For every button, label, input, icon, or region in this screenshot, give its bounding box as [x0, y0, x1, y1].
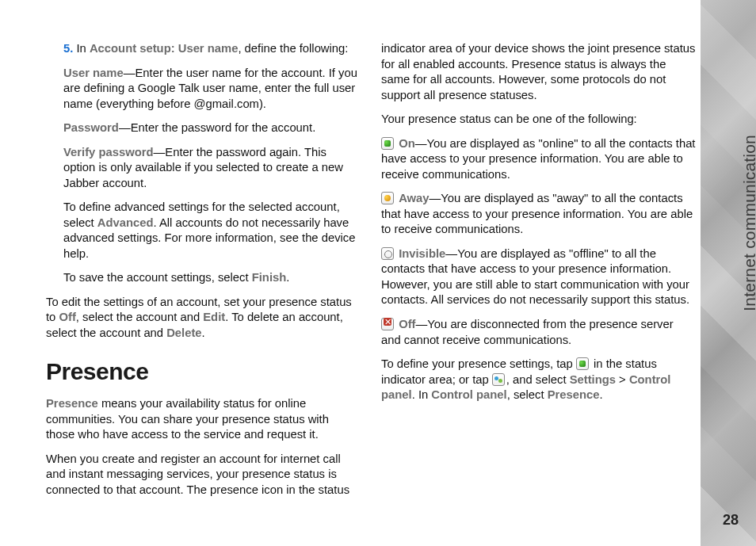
advanced-note: To define advanced settings for the sele…	[46, 200, 361, 262]
status-off: Off—You are disconnected from the presen…	[381, 317, 696, 348]
text: , select	[507, 388, 548, 401]
edit-delete-note: To edit the settings of an account, set …	[46, 295, 361, 342]
presence-away-icon	[381, 192, 394, 204]
manual-page: Internet communication 28 5. In Account …	[0, 0, 756, 546]
ui-ref: Off	[59, 311, 75, 323]
ui-ref: Control panel	[431, 388, 506, 401]
text: —You are displayed as "online" to all th…	[381, 137, 695, 181]
chapter-title: Internet communication	[740, 135, 756, 311]
right-column: indicator area of your device shows the …	[381, 41, 696, 517]
presence-on-icon	[381, 137, 394, 150]
presence-continuation: indicator area of your device shows the …	[381, 41, 696, 103]
step-number: 5.	[63, 42, 73, 55]
screen-name: Account setup: User name	[90, 42, 238, 55]
verify-password-desc: Verify password—Enter the password again…	[46, 145, 361, 192]
text: , define the following:	[238, 42, 348, 55]
ui-ref: Settings	[570, 373, 616, 386]
status-label: Invisible	[399, 247, 445, 260]
status-label: Off	[399, 318, 415, 330]
text: , select the account and	[76, 311, 203, 323]
text: .	[286, 271, 289, 284]
field-label: Password	[63, 121, 119, 134]
field-label: Verify password	[63, 146, 154, 158]
contacts-icon	[492, 373, 505, 386]
ui-ref: Advanced	[97, 216, 154, 229]
status-invisible: Invisible—You are displayed as "offline"…	[381, 246, 696, 308]
password-field-desc: Password—Enter the password for the acco…	[46, 120, 361, 136]
field-label: User name	[63, 67, 124, 79]
ui-ref: Presence	[548, 388, 600, 401]
text: .	[600, 388, 603, 401]
text: —You are disconnected from the presence …	[381, 318, 674, 346]
status-away: Away—You are displayed as "away" to all …	[381, 191, 696, 238]
term: Presence	[46, 397, 98, 410]
status-label: On	[399, 137, 415, 150]
text: To define your presence settings, tap	[381, 357, 576, 370]
left-column: 5. In Account setup: User name, define t…	[46, 41, 361, 517]
text: To save the account settings, select	[63, 271, 252, 284]
status-list-intro: Your presence status can be one of the f…	[381, 112, 696, 128]
ui-ref: Edit	[203, 311, 225, 323]
text: , and select	[506, 373, 570, 386]
text: >	[616, 373, 629, 386]
presence-tap-icon	[576, 357, 589, 370]
content-columns: 5. In Account setup: User name, define t…	[46, 41, 696, 517]
text: . In	[412, 388, 432, 401]
presence-para2: When you create and register an account …	[46, 452, 361, 498]
define-presence-instructions: To define your presence settings, tap in…	[381, 357, 696, 403]
ui-ref: Delete	[166, 326, 201, 339]
ui-ref: Finish	[252, 271, 287, 284]
presence-invisible-icon	[381, 247, 394, 260]
save-note: To save the account settings, select Fin…	[46, 270, 361, 286]
text: In	[76, 42, 89, 55]
step-5-intro: 5. In Account setup: User name, define t…	[46, 41, 361, 57]
status-label: Away	[399, 192, 429, 204]
presence-heading: Presence	[46, 356, 361, 388]
presence-definition: Presence means your availability status …	[46, 396, 361, 443]
text: —Enter the password for the account.	[119, 121, 315, 134]
text: .	[202, 326, 205, 339]
page-number: 28	[723, 512, 739, 529]
presence-off-icon	[381, 318, 394, 330]
username-field-desc: User name—Enter the user name for the ac…	[46, 66, 361, 113]
status-on: On—You are displayed as "online" to all …	[381, 136, 696, 183]
